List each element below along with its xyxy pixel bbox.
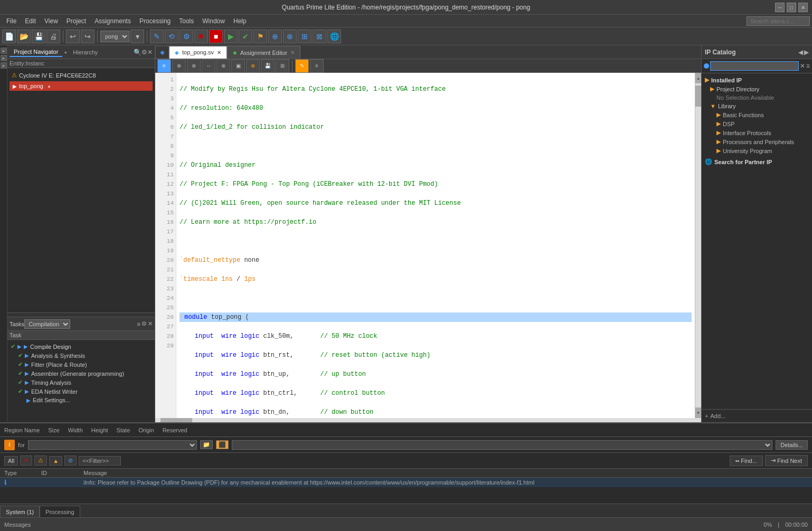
ip-node-dsp[interactable]: ▶ DSP [702,119,812,128]
bottom-tab-system[interactable]: System (1) [0,506,40,517]
menu-tools[interactable]: Tools [175,16,198,26]
print-button[interactable]: 🖨 [46,30,60,43]
undo-button[interactable]: ↩ [66,30,80,43]
editor-btn3[interactable]: ⊕ [187,59,201,73]
tab-assignment[interactable]: ◆ Assignment Editor ✕ [227,46,300,59]
bottom-tab-processing[interactable]: Processing [40,506,80,517]
toolbar-btn-rtl[interactable]: ⟲ [165,30,178,43]
nav-scrollbar[interactable] [7,312,155,317]
scroll-thumb[interactable] [695,86,701,107]
msg-error-button[interactable]: ✕ [20,456,32,466]
tab-close-assign[interactable]: ✕ [290,50,295,55]
tasks-menu-icon[interactable]: ≡ [137,321,140,327]
locator-btn2[interactable]: ⬛ [216,440,229,449]
task-edit[interactable]: ▶ Edit Settings... [10,396,153,404]
nav-tab-project[interactable]: Project Navigator [10,48,62,57]
scroll-track[interactable] [695,83,701,407]
strip-icon3[interactable]: ▸ [1,62,7,69]
tasks-close[interactable]: ✕ [148,320,153,327]
editor-btn1[interactable]: ≡ [157,59,171,73]
find-button[interactable]: •• Find... [730,456,763,466]
ip-node-installed[interactable]: ▶ Installed IP [702,75,812,84]
project-combo[interactable]: pong [100,31,129,42]
toolbar-btn-synth[interactable]: ⚙ [180,30,193,43]
toolbar-btn-stop[interactable]: ■ [209,30,223,43]
ip-search-input[interactable] [710,61,799,71]
toolbar-btn-blue4[interactable]: ⊠ [313,30,326,43]
editor-btn11[interactable]: ≡ [310,59,324,73]
ip-node-basic[interactable]: ▶ Basic Functions [702,110,812,119]
vertical-scrollbar[interactable]: ▲ ▼ [695,73,701,418]
project-item[interactable]: ▶ top_pong ● [10,81,153,91]
locator-combo1[interactable] [28,440,197,450]
msg-suppress-button[interactable]: ⊘ [64,456,77,466]
locator-combo2[interactable] [232,440,772,450]
tasks-combo[interactable]: Compilation [24,319,70,329]
toolbar-btn-globe[interactable]: 🌐 [327,30,341,43]
editor-btn7[interactable]: ⊕ [246,59,260,73]
ip-add-button[interactable]: + Add... [705,413,809,419]
strip-icon2[interactable]: ▸ [1,55,7,61]
editor-btn8[interactable]: 💾 [261,59,275,73]
tab-nav-left[interactable]: ◈ [155,46,169,59]
msg-warning-button[interactable]: ⚠ [34,456,47,466]
task-timing[interactable]: ✔ ▶ Timing Analysis [10,378,153,387]
editor-btn2[interactable]: ⊕ [172,59,186,73]
nav-collapse[interactable]: 🔍 [134,49,141,56]
scroll-up[interactable]: ▲ [695,73,701,83]
ip-node-project-dir[interactable]: ▶ Project Directory [702,84,812,93]
toolbar-btn-blue2[interactable]: ⊗ [283,30,297,43]
toolbar-btn-start[interactable]: ▶ [224,30,238,43]
details-button[interactable]: Details... [776,440,808,450]
new-button[interactable]: 📄 [2,30,16,43]
compile-design-header[interactable]: ✔ ▶ ▶ Compile Design [10,342,153,351]
ip-node-interfaces[interactable]: ▶ Interface Protocols [702,128,812,137]
task-fitter[interactable]: ✔ ▶ Fitter (Place & Route) [10,360,153,369]
code-content[interactable]: // Modify by Regis Hsu for Altera Cyclon… [176,73,695,418]
find-next-button[interactable]: ⇥ Find Next [765,455,808,466]
search-input[interactable] [747,16,810,26]
minimize-button[interactable]: ─ [775,3,785,12]
ip-search-menu[interactable]: ≡ [806,62,810,70]
locator-btn1[interactable]: 📁 [200,440,213,449]
toolbar-btn-edit[interactable]: ✎ [150,30,164,43]
toolbar-btn-blue1[interactable]: ⊕ [268,30,282,43]
nav-close[interactable]: ✕ [147,49,153,56]
combo-down[interactable]: ▾ [130,30,144,43]
toolbar-btn-green2[interactable]: ✔ [239,30,252,43]
menu-project[interactable]: Project [62,16,90,26]
tab-close-sv[interactable]: ✕ [217,50,221,55]
editor-btn4[interactable]: ↔ [202,59,215,73]
ip-collapse-button[interactable]: ◀ [798,49,803,56]
menu-file[interactable]: File [2,16,21,26]
menu-window[interactable]: Window [198,16,229,26]
task-analysis[interactable]: ✔ ▶ Analysis & Synthesis [10,351,153,360]
strip-icon1[interactable]: ▸ [1,48,7,54]
task-assembler[interactable]: ✔ ▶ Assembler (Generate programming) [10,369,153,378]
msg-all-button[interactable]: All [4,456,18,466]
menu-processing[interactable]: Processing [135,16,175,26]
toolbar-btn-amber[interactable]: ⚑ [253,30,267,43]
tasks-settings[interactable]: ⚙ [141,320,147,327]
horizontal-scrollbar[interactable] [155,418,701,422]
open-button[interactable]: 📂 [17,30,31,43]
ip-node-processors[interactable]: ▶ Processors and Peripherals [702,137,812,146]
ip-node-library[interactable]: ▼ Library [702,102,812,110]
save-button[interactable]: 💾 [32,30,45,43]
nav-tab-hierarchy[interactable]: Hierarchy [69,48,102,56]
toolbar-btn-blue3[interactable]: ⊞ [298,30,311,43]
task-eda[interactable]: ✔ ▶ EDA Netlist Writer [10,387,153,396]
menu-assignments[interactable]: Assignments [90,16,135,26]
menu-view[interactable]: View [40,16,62,26]
msg-info-button[interactable]: ▲ [49,456,62,466]
editor-btn10[interactable]: ✎ [295,59,309,73]
close-button[interactable]: ✕ [798,3,808,12]
redo-button[interactable]: ↪ [81,30,95,43]
ip-search-clear[interactable]: ✕ [800,62,805,70]
ip-node-university[interactable]: ▶ University Program [702,146,812,155]
nav-settings[interactable]: ⚙ [141,49,147,56]
maximize-button[interactable]: □ [787,3,796,12]
tab-top-pong[interactable]: ◆ top_pong.sv ✕ [169,46,227,59]
ip-expand-button[interactable]: ▶ [804,49,809,56]
editor-btn5[interactable]: ⊗ [216,59,230,73]
